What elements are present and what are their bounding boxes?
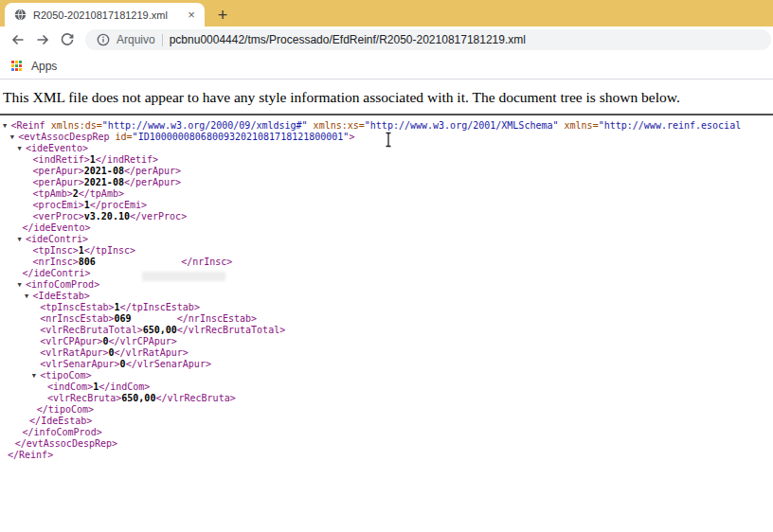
xml-line: </IdeEstab> — [0, 416, 773, 427]
address-bar[interactable]: Arquivo pcbnu0004442/tms/Processado/EfdR… — [85, 29, 771, 50]
url-scheme-label: Arquivo — [117, 33, 155, 46]
tab-close-icon[interactable]: × — [184, 8, 199, 23]
info-icon[interactable] — [97, 33, 110, 46]
tab-r2050[interactable]: R2050-20210817181219.xml × — [5, 3, 205, 27]
xml-line: </infoComProd> — [0, 427, 773, 438]
xml-line: <perApur>2021-08</perApur> — [0, 166, 773, 177]
xml-line: <vlrRecBruta>650,00</vlrRecBruta> — [0, 393, 773, 404]
xml-line: <vlrRecBrutaTotal>650,00</vlrRecBrutaTot… — [0, 325, 773, 336]
forward-arrow-icon — [35, 32, 50, 47]
collapse-arrow-icon[interactable]: ▼ — [17, 279, 26, 291]
xml-style-notice: This XML file does not appear to have an… — [0, 80, 773, 106]
collapse-arrow-icon[interactable]: ▼ — [17, 143, 26, 154]
xml-line: <tpAmb>2</tpAmb> — [0, 188, 773, 200]
back-arrow-icon — [10, 32, 26, 47]
xml-line: <tpInscEstab>1</tpInscEstab> — [0, 302, 773, 313]
xml-line: <nrInscEstab>069</nrInscEstab> — [0, 313, 773, 325]
xml-line: <procEmi>1</procEmi> — [0, 200, 773, 211]
xml-line: <vlrSenarApur>0</vlrSenarApur> — [0, 359, 773, 370]
collapse-arrow-icon[interactable]: ▼ — [17, 234, 26, 245]
xml-line: </ideContri> — [0, 268, 773, 279]
xml-line: </ideEvento> — [0, 222, 773, 234]
reload-button[interactable] — [55, 28, 80, 51]
xml-line: <tpInsc>1</tpInsc> — [0, 245, 773, 257]
collapse-arrow-icon[interactable]: ▼ — [3, 120, 11, 132]
globe-favicon-icon — [14, 9, 27, 21]
toolbar: Arquivo pcbnu0004442/tms/Processado/EfdR… — [0, 27, 773, 53]
apps-grid-icon — [11, 61, 23, 72]
xml-tree: ▼<Reinf xmlns:ds="http://www.w3.org/2000… — [0, 115, 773, 461]
xml-line: ▼<infoComProd> — [0, 279, 773, 291]
xml-line: ▼<Reinf xmlns:ds="http://www.w3.org/2000… — [0, 120, 773, 132]
xml-line: <indRetif>1</indRetif> — [0, 154, 773, 166]
xml-line: <perApur>2021-08</perApur> — [0, 177, 773, 188]
redaction-smudge — [142, 272, 225, 281]
collapse-arrow-icon[interactable]: ▼ — [10, 132, 19, 143]
apps-shortcut[interactable]: Apps — [11, 60, 57, 73]
browser-window: R2050-20210817181219.xml × + — [0, 0, 773, 532]
apps-label: Apps — [31, 60, 57, 73]
xml-line: <nrInsc>806</nrInsc> — [0, 257, 773, 268]
xml-line: ▼<ideContri> — [0, 234, 773, 245]
tab-title: R2050-20210817181219.xml — [33, 9, 184, 21]
new-tab-button[interactable]: + — [210, 4, 235, 27]
url-path: pcbnu0004442/tms/Processado/EfdReinf/R20… — [170, 33, 526, 46]
forward-button[interactable] — [30, 28, 55, 51]
xml-line: ▼<tipoCom> — [0, 370, 773, 381]
tab-strip: R2050-20210817181219.xml × + — [0, 0, 773, 27]
url-separator — [162, 34, 163, 46]
xml-line: </evtAssocDespRep> — [0, 438, 773, 450]
reload-icon — [60, 32, 75, 47]
xml-line: </Reinf> — [0, 450, 773, 461]
xml-line: ▼<IdeEstab> — [0, 291, 773, 302]
back-button[interactable] — [6, 28, 30, 51]
text-cursor-icon — [384, 132, 393, 148]
bookmarks-bar: Apps — [0, 53, 773, 80]
xml-line: <indCom>1</indCom> — [0, 381, 773, 393]
xml-line: <verProc>v3.20.10</verProc> — [0, 211, 773, 222]
collapse-arrow-icon[interactable]: ▼ — [25, 291, 33, 302]
xml-line: <vlrCPApur>0</vlrCPApur> — [0, 336, 773, 347]
xml-line: </tipoCom> — [0, 404, 773, 416]
xml-line: <vlrRatApur>0</vlrRatApur> — [0, 347, 773, 359]
